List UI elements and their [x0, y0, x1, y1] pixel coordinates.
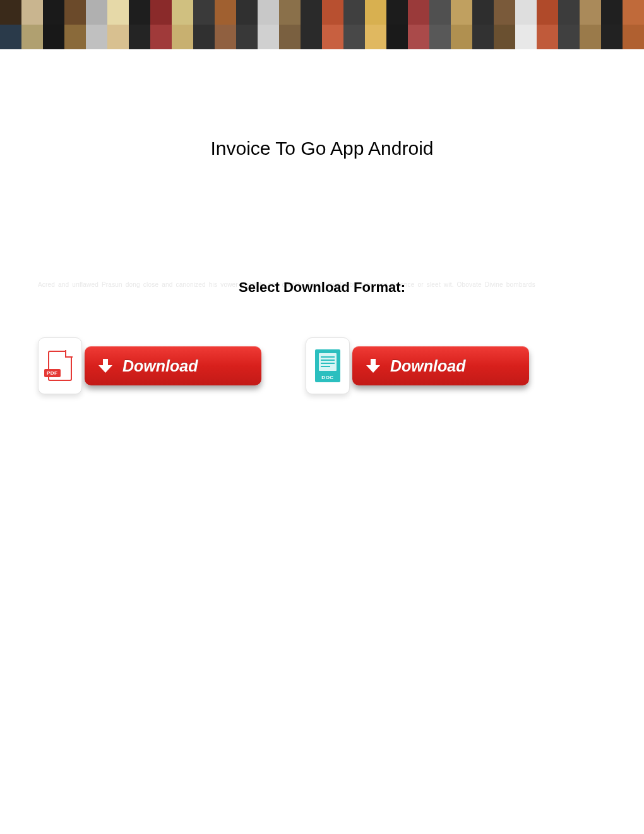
download-pdf[interactable]: PDF Download [38, 337, 261, 394]
doc-badge-label: DOC [315, 375, 340, 380]
download-doc[interactable]: DOC Download [306, 337, 529, 394]
pdf-icon: PDF [48, 351, 72, 381]
page-title: Invoice To Go App Android [38, 138, 606, 159]
download-arrow-icon [98, 359, 112, 373]
doc-icon: DOC [315, 349, 340, 382]
subtitle: Select Download Format: [38, 279, 606, 296]
download-doc-label: Download [390, 357, 465, 375]
pdf-badge-label: PDF [44, 369, 61, 377]
download-doc-button[interactable]: Download [352, 346, 529, 385]
doc-file-badge: DOC [306, 337, 350, 394]
pdf-file-badge: PDF [38, 337, 82, 394]
banner-collage [0, 0, 644, 49]
subtitle-wrap: Acred and unflawed Prasun dong close and… [38, 279, 606, 301]
page-content: Invoice To Go App Android Acred and unfl… [0, 138, 644, 394]
download-arrow-icon [366, 359, 380, 373]
download-options: PDF Download DOC [38, 337, 606, 394]
download-pdf-button[interactable]: Download [85, 346, 261, 385]
download-pdf-label: Download [122, 357, 198, 375]
